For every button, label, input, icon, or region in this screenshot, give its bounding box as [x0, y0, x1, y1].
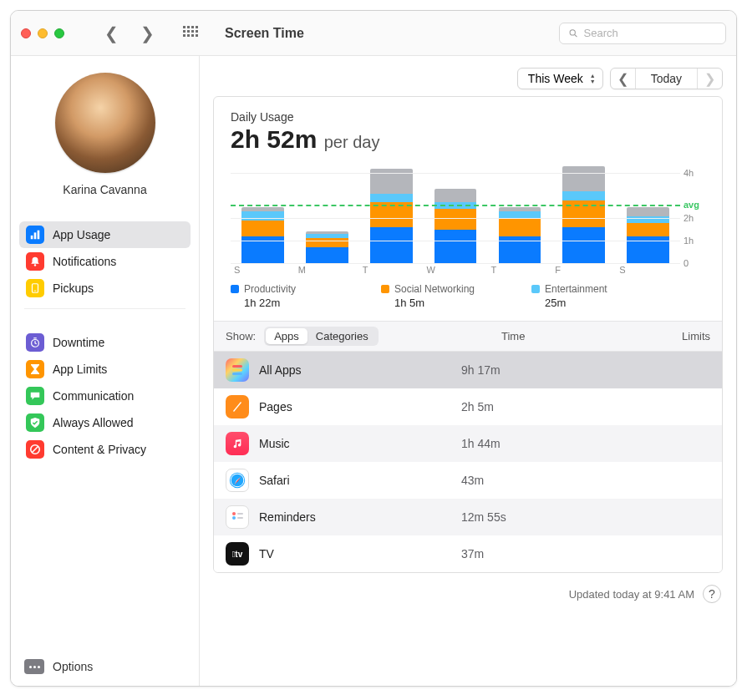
x-tick: T [359, 265, 424, 275]
bar-3[interactable] [424, 162, 488, 263]
screen-time-window: ❮ ❯ Screen Time Karina Cavanna App Usage… [10, 10, 737, 687]
usage-panel: Daily Usage 2h 52m per day SMTWTFS 4havg… [213, 96, 723, 573]
check-icon [26, 413, 44, 432]
x-tick: S [231, 265, 295, 275]
legend-swatch [531, 285, 540, 293]
bar-6[interactable] [616, 162, 680, 263]
bar-1[interactable] [295, 162, 359, 263]
bell-icon [26, 252, 44, 271]
svg-rect-21 [237, 513, 243, 515]
app-icon [226, 395, 249, 418]
user-block: Karina Cavanna [19, 68, 191, 208]
close-window-button[interactable] [21, 28, 31, 38]
avatar[interactable] [55, 73, 155, 173]
usage-chart: SMTWTFS 4havg2h1h0 [231, 162, 705, 275]
svg-rect-12 [232, 369, 242, 372]
search-field[interactable] [559, 23, 726, 44]
app-row-safari[interactable]: Safari43m [214, 462, 722, 499]
col-limits: Limits [643, 330, 710, 342]
app-name: Music [259, 437, 451, 450]
today-button[interactable]: Today [636, 68, 697, 89]
nav-arrows: ❮ ❯ [104, 25, 155, 42]
fullscreen-window-button[interactable] [54, 28, 64, 38]
x-tick: M [295, 265, 359, 275]
next-period-button[interactable]: ❯ [698, 68, 722, 89]
chart-legend: Productivity1h 22mSocial Networking1h 5m… [231, 283, 705, 309]
bar-4[interactable] [487, 162, 551, 263]
sidebar-item-app-usage[interactable]: App Usage [19, 221, 191, 248]
app-name: All Apps [259, 363, 451, 377]
clock-icon [26, 333, 44, 352]
app-time: 2h 5m [461, 400, 595, 413]
y-tick: avg [683, 200, 699, 210]
hand-icon [26, 279, 44, 297]
app-icon [226, 432, 249, 455]
sidebar-item-always-allowed[interactable]: Always Allowed [19, 409, 191, 436]
app-time: 12m 55s [461, 510, 595, 524]
show-toggle: Apps Categories [264, 327, 379, 346]
app-row-music[interactable]: Music1h 44m [214, 425, 722, 462]
summary-unit: per day [324, 133, 380, 151]
bar-5[interactable] [551, 162, 616, 263]
svg-line-1 [575, 34, 577, 37]
x-tick: W [424, 265, 488, 275]
app-name: Pages [259, 400, 451, 413]
date-stepper: ❮ Today ❯ [610, 68, 723, 89]
footer: Updated today at 9:41 AM ? [200, 573, 736, 615]
y-tick: 2h [683, 213, 694, 223]
search-input[interactable] [584, 27, 717, 39]
svg-rect-13 [232, 373, 242, 375]
bubble-icon [26, 387, 44, 405]
range-value: This Week [528, 72, 583, 85]
bar-2[interactable] [359, 162, 424, 263]
sidebar: Karina Cavanna App UsageNotificationsPic… [11, 56, 200, 686]
options-button[interactable]: Options [19, 656, 191, 677]
app-icon [226, 505, 249, 529]
sidebar-item-app-limits[interactable]: App Limits [19, 356, 191, 383]
minimize-window-button[interactable] [38, 28, 48, 38]
app-icon: tv [226, 542, 249, 566]
sidebar-item-downtime[interactable]: Downtime [19, 329, 191, 356]
help-button[interactable]: ? [703, 585, 721, 603]
prev-period-button[interactable]: ❮ [611, 68, 635, 89]
chart-block: Daily Usage 2h 52m per day SMTWTFS 4havg… [214, 97, 722, 321]
sidebar-item-communication[interactable]: Communication [19, 383, 191, 409]
ellipsis-icon [24, 659, 44, 674]
forward-button[interactable]: ❯ [140, 25, 155, 42]
svg-rect-11 [232, 365, 242, 368]
legend-value: 1h 22m [231, 297, 348, 309]
y-tick: 1h [683, 236, 694, 246]
sidebar-section-limits: DowntimeApp LimitsCommunicationAlways Al… [19, 329, 191, 463]
app-icon [226, 358, 249, 382]
range-controls: This Week ▲▼ ❮ Today ❯ [200, 56, 736, 96]
sidebar-divider [24, 308, 185, 309]
app-name: Safari [259, 474, 451, 487]
app-row-reminders[interactable]: Reminders12m 55s [214, 499, 722, 535]
bar-0[interactable] [231, 162, 295, 263]
window-controls [21, 28, 64, 38]
window-title: Screen Time [225, 26, 304, 41]
app-name: Reminders [259, 510, 451, 524]
toolbar: ❮ ❯ Screen Time [11, 11, 736, 56]
sidebar-item-pickups[interactable]: Pickups [19, 275, 191, 302]
app-row-all-apps[interactable]: All Apps9h 17m [214, 352, 722, 388]
sidebar-section-usage: App UsageNotificationsPickups [19, 221, 191, 302]
sidebar-item-label: Content & Privacy [53, 443, 146, 456]
y-tick: 4h [683, 168, 694, 178]
app-row-tv[interactable]: tvTV37m [214, 535, 722, 572]
svg-point-19 [232, 512, 236, 515]
search-icon [568, 28, 579, 39]
legend-swatch [231, 285, 239, 293]
sidebar-item-content-privacy[interactable]: Content & Privacy [19, 436, 191, 463]
apps-grid-icon[interactable] [183, 26, 198, 41]
svg-rect-7 [34, 291, 37, 292]
sidebar-item-notifications[interactable]: Notifications [19, 248, 191, 275]
tab-apps[interactable]: Apps [266, 328, 307, 344]
range-dropdown[interactable]: This Week ▲▼ [517, 68, 603, 89]
sidebar-item-label: App Limits [53, 363, 107, 376]
app-row-pages[interactable]: Pages2h 5m [214, 388, 722, 425]
tab-categories[interactable]: Categories [307, 328, 377, 344]
legend-name: Entertainment [545, 283, 607, 295]
svg-point-0 [570, 29, 575, 34]
back-button[interactable]: ❮ [104, 25, 119, 42]
